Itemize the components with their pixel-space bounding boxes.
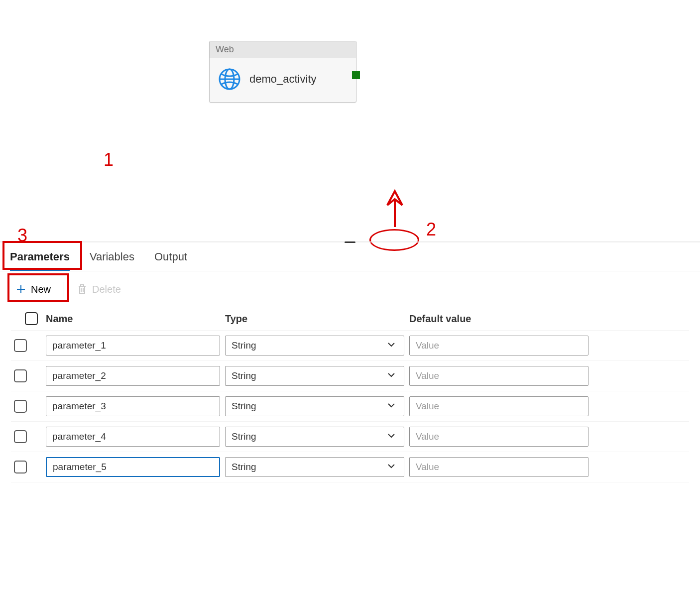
table-row: String [11,422,689,452]
parameter-type-select[interactable]: String [225,396,404,416]
pipeline-canvas[interactable]: Web demo_activity 1 2 [0,0,700,241]
parameter-type-value: String [232,340,256,351]
parameter-type-value: String [232,370,256,381]
col-header-type: Type [225,313,404,325]
parameter-type-select[interactable]: String [225,427,404,447]
annotation-box-parameters-tab [2,241,82,270]
globe-icon [218,67,241,91]
tab-variables[interactable]: Variables [90,250,134,271]
activity-output-handle[interactable] [352,71,360,79]
select-all-checkbox[interactable] [25,312,38,325]
parameter-type-value: String [232,462,256,472]
delete-button: Delete [72,280,126,298]
col-header-name: Name [46,313,220,325]
trash-icon [77,283,87,295]
parameters-toolbar: New Delete [0,271,700,307]
chevron-down-icon [387,462,396,473]
parameters-table: Name Type Default value StringStringStri… [0,307,700,482]
chevron-down-icon [387,340,396,352]
parameter-type-value: String [232,431,256,442]
table-row: String [11,361,689,391]
parameter-type-select[interactable]: String [225,336,404,355]
col-header-default-value: Default value [409,313,588,325]
parameter-type-value: String [232,401,256,412]
annotation-2: 2 [426,219,436,240]
parameter-name-input[interactable] [46,336,220,355]
delete-button-label: Delete [92,284,121,295]
table-row: String [11,331,689,361]
row-checkbox[interactable] [14,369,27,382]
annotation-box-new-button [7,273,69,302]
parameter-default-value-input[interactable] [409,427,588,447]
table-row: String [11,452,689,482]
row-checkbox[interactable] [14,400,27,413]
activity-node[interactable]: Web demo_activity [209,41,356,103]
parameter-name-input[interactable] [46,427,220,447]
annotation-1: 1 [104,149,114,170]
panel-tabs: Parameters Variables Output [0,242,700,271]
row-checkbox[interactable] [14,339,27,352]
annotation-arrow-up [385,188,404,227]
row-checkbox[interactable] [14,461,27,473]
chevron-down-icon [387,401,396,412]
activity-name: demo_activity [249,73,317,86]
parameter-default-value-input[interactable] [409,336,588,355]
tab-output[interactable]: Output [154,250,187,271]
parameter-name-input[interactable] [46,457,220,477]
parameter-name-input[interactable] [46,396,220,416]
activity-type-label: Web [210,41,356,58]
parameter-type-select[interactable]: String [225,457,404,477]
table-header: Name Type Default value [11,307,689,331]
properties-panel: 3 Parameters Variables Output New Delete… [0,242,700,482]
activity-body: demo_activity [210,58,356,102]
table-row: String [11,391,689,422]
parameter-name-input[interactable] [46,366,220,386]
parameter-default-value-input[interactable] [409,396,588,416]
chevron-down-icon [387,431,396,443]
row-checkbox[interactable] [14,430,27,443]
parameter-default-value-input[interactable] [409,366,588,386]
chevron-down-icon [387,370,396,382]
parameter-type-select[interactable]: String [225,366,404,386]
parameter-default-value-input[interactable] [409,457,588,477]
